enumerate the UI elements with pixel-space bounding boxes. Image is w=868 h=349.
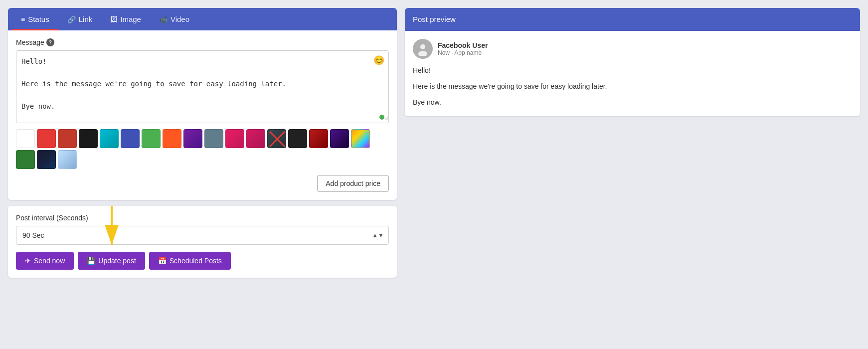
swatch-blue[interactable]: [121, 129, 140, 148]
tab-image[interactable]: 🖼 Image: [101, 8, 150, 30]
post-interval-label: Post interval (Seconds): [16, 214, 389, 222]
swatch-orange-red[interactable]: [163, 129, 181, 148]
emoji-icon[interactable]: 😊: [373, 55, 384, 66]
composer-body: Message ? Hello! Here is the message we'…: [8, 30, 397, 200]
user-info: Facebook User Now · App name: [438, 41, 488, 56]
update-icon: 💾: [87, 257, 95, 265]
tab-video[interactable]: 📹 Video: [150, 8, 198, 30]
message-input[interactable]: Hello! Here is the message we're going t…: [16, 51, 388, 121]
swatch-green[interactable]: [142, 129, 161, 148]
update-post-button[interactable]: 💾 Update post: [78, 252, 145, 270]
color-swatches: [16, 129, 389, 169]
preview-line-1: Hello!: [413, 65, 852, 77]
preview-line-3: Bye now.: [413, 97, 852, 109]
interval-select[interactable]: 30 Sec 60 Sec 90 Sec 120 Sec 180 Sec: [16, 226, 389, 245]
help-icon[interactable]: ?: [46, 38, 54, 46]
svg-point-4: [418, 51, 427, 56]
composer-card: ≡ Status 🔗 Link 🖼 Image 📹 Video Message …: [8, 8, 397, 200]
svg-point-3: [420, 44, 425, 49]
message-textarea-wrapper: Hello! Here is the message we're going t…: [16, 50, 389, 123]
preview-body: Facebook User Now · App name Hello! Here…: [405, 31, 860, 116]
link-icon: 🔗: [67, 15, 76, 23]
swatch-magenta[interactable]: [246, 129, 265, 148]
add-product-price-button[interactable]: Add product price: [317, 175, 389, 192]
swatch-white[interactable]: [16, 129, 35, 148]
update-post-wrapper: 💾 Update post: [78, 252, 145, 270]
char-indicator: [379, 115, 384, 120]
swatch-black[interactable]: [79, 129, 98, 148]
preview-header-text: Post preview: [413, 15, 456, 23]
swatch-sky-blue[interactable]: [58, 150, 77, 169]
right-panel: Post preview Facebook User Now · App nam…: [405, 8, 860, 341]
swatch-dark-purple[interactable]: [330, 129, 349, 148]
swatch-pink[interactable]: [225, 129, 244, 148]
send-icon: ✈: [25, 257, 31, 265]
swatch-black2[interactable]: [288, 129, 307, 148]
swatch-forest-green[interactable]: [16, 150, 35, 169]
preview-user-row: Facebook User Now · App name: [413, 39, 852, 59]
send-now-button[interactable]: ✈ Send now: [16, 252, 74, 270]
swatch-rainbow[interactable]: [351, 129, 370, 148]
video-icon: 📹: [159, 15, 168, 23]
swatch-cyan[interactable]: [100, 129, 119, 148]
preview-header: Post preview: [405, 8, 860, 31]
image-icon: 🖼: [110, 15, 117, 23]
action-buttons: ✈ Send now 💾 Updat: [16, 252, 389, 270]
swatch-cross[interactable]: [267, 129, 286, 148]
user-meta: Now · App name: [438, 49, 488, 56]
swatch-dark-night[interactable]: [37, 150, 56, 169]
swatch-purple[interactable]: [183, 129, 202, 148]
preview-message: Hello! Here is the message we're going t…: [413, 65, 852, 108]
scheduled-posts-button[interactable]: 📅 Scheduled Posts: [149, 252, 231, 270]
left-panel: ≡ Status 🔗 Link 🖼 Image 📹 Video Message …: [8, 8, 397, 341]
tab-status[interactable]: ≡ Status: [12, 8, 58, 30]
swatch-dark-red[interactable]: [58, 129, 77, 148]
swatch-red[interactable]: [37, 129, 56, 148]
avatar: [413, 39, 433, 59]
preview-line-2: Here is the message we're going to save …: [413, 81, 852, 93]
message-label: Message ?: [16, 38, 389, 46]
tab-link[interactable]: 🔗 Link: [58, 8, 102, 30]
status-icon: ≡: [21, 15, 25, 23]
swatch-gray[interactable]: [204, 129, 223, 148]
preview-card: Post preview Facebook User Now · App nam…: [405, 8, 860, 116]
interval-body: Post interval (Seconds) 30 Sec 60 Sec 90…: [8, 206, 397, 278]
interval-select-wrapper: 30 Sec 60 Sec 90 Sec 120 Sec 180 Sec ▲▼: [16, 226, 389, 245]
tabs-header: ≡ Status 🔗 Link 🖼 Image 📹 Video: [8, 8, 397, 30]
user-name: Facebook User: [438, 41, 488, 49]
calendar-icon: 📅: [158, 257, 167, 265]
swatch-deep-red[interactable]: [309, 129, 328, 148]
interval-card: Post interval (Seconds) 30 Sec 60 Sec 90…: [8, 206, 397, 278]
